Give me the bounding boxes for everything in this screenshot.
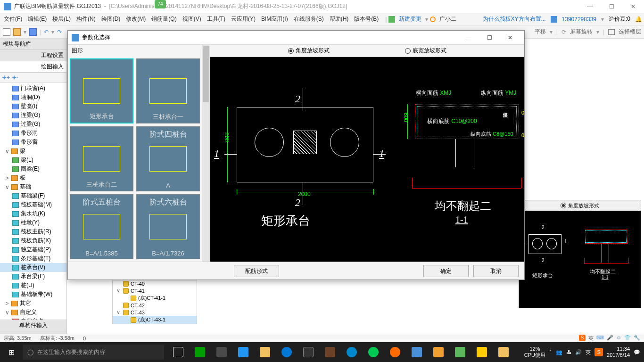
shape-thumbnail[interactable]: 阶式五桩台B=A/1.5385: [70, 194, 133, 259]
radio-angle-slope[interactable]: 角度放坡形式: [288, 47, 330, 55]
menu-floor[interactable]: 楼层(L): [50, 14, 73, 24]
menu-draw[interactable]: 绘图(D): [99, 14, 123, 24]
save-icon[interactable]: [29, 28, 37, 36]
tip-link[interactable]: 为什么筏板XY方向布置...: [483, 15, 546, 23]
tree-node[interactable]: 带形窗: [0, 138, 66, 147]
task-folder[interactable]: [255, 342, 275, 362]
preview-radio-angle[interactable]: 角度放坡形式: [568, 202, 599, 209]
tray-clock[interactable]: 11:34 2017/8/14: [607, 346, 630, 358]
task-app2[interactable]: [211, 342, 232, 362]
maximize-button[interactable]: ☐: [601, 0, 622, 13]
select-floor-button[interactable]: 选择楼层: [619, 28, 641, 36]
ime-sogou-icon[interactable]: S: [579, 335, 586, 341]
component-list-tree[interactable]: CT-40∨CT-41(底)CT-41-1CT-42∨CT-43(底)CT-43…: [112, 280, 197, 324]
list-item[interactable]: CT-40: [113, 280, 197, 287]
list-item[interactable]: (底)CT-41-1: [113, 294, 197, 302]
tree-node[interactable]: 基础梁(F): [0, 191, 66, 200]
task-app12[interactable]: [493, 342, 514, 362]
shape-thumbnail[interactable]: 三桩承台二: [70, 126, 133, 191]
task-app1[interactable]: [190, 342, 210, 362]
shape-thumbnail[interactable]: 矩形承台: [70, 58, 133, 123]
dialog-minimize-button[interactable]: —: [458, 31, 479, 44]
list-item[interactable]: (底)CT-43-1: [113, 316, 197, 324]
task-app3[interactable]: [233, 342, 254, 362]
tree-node[interactable]: 墙洞(D): [0, 93, 66, 102]
dialog-maximize-button[interactable]: ☐: [479, 31, 500, 44]
menu-bim[interactable]: BIM应用(I): [259, 14, 290, 24]
close-button[interactable]: ✕: [622, 0, 644, 13]
task-app10[interactable]: [450, 342, 471, 362]
task-app5[interactable]: [341, 342, 362, 362]
tree-node[interactable]: 圈梁(E): [0, 165, 66, 173]
task-app8[interactable]: [406, 342, 427, 362]
tree-node[interactable]: 承台梁(F): [0, 272, 66, 281]
task-app6[interactable]: [363, 342, 384, 362]
open-icon[interactable]: [13, 28, 21, 36]
tree-node[interactable]: 桩承台(V): [0, 263, 66, 272]
component-tree[interactable]: 门联窗(A)墙洞(D)壁龛(I)连梁(G)过梁(G)带形洞带形窗∨梁梁(L)圈梁…: [0, 83, 66, 320]
shape-thumbnail[interactable]: 阶式四桩台A: [136, 126, 200, 191]
task-edge[interactable]: [276, 342, 297, 362]
tab-project-settings[interactable]: 工程设置: [0, 50, 66, 61]
collapse-icon[interactable]: ✦-: [12, 74, 18, 81]
menu-tools[interactable]: 工具(T): [205, 14, 227, 24]
tray-keyboard-icon[interactable]: ⌨: [596, 335, 604, 342]
tree-node[interactable]: 柱墩(Y): [0, 218, 66, 227]
menu-help[interactable]: 帮助(H): [328, 14, 351, 24]
tray-network-icon[interactable]: 🖧: [566, 349, 571, 355]
menu-rebar[interactable]: 钢筋量(Q): [149, 14, 178, 24]
phone-label[interactable]: 13907298339: [562, 16, 596, 23]
tree-node[interactable]: 门联窗(A): [0, 84, 66, 93]
tab-drawing-input[interactable]: 绘图输入: [0, 61, 66, 73]
search-box[interactable]: ◯ 在这里输入你要搜索的内容: [23, 345, 164, 360]
expand-icon[interactable]: ✦+: [2, 74, 10, 81]
task-app7[interactable]: [385, 342, 405, 362]
shape-thumbnail[interactable]: 三桩承台一: [136, 58, 200, 123]
tree-node[interactable]: ∨自定义: [0, 308, 66, 317]
task-store[interactable]: [298, 342, 319, 362]
tree-node[interactable]: 基础板带(W): [0, 290, 66, 299]
task-app4[interactable]: [320, 342, 340, 362]
undo-icon[interactable]: ↶: [44, 29, 49, 35]
menu-view[interactable]: 视图(V): [181, 14, 203, 24]
tray-ime-icon[interactable]: 英: [586, 349, 591, 356]
menu-online[interactable]: 在线服务(S): [292, 14, 326, 24]
redo-icon[interactable]: ↷: [57, 29, 62, 35]
tree-node[interactable]: 条形基础(T): [0, 254, 66, 263]
user-label[interactable]: 广小二: [438, 14, 458, 24]
task-view-icon[interactable]: [168, 342, 189, 362]
menu-file[interactable]: 文件(F): [2, 14, 24, 24]
new-icon[interactable]: [3, 28, 10, 36]
thumbnail-scrollbar[interactable]: [202, 45, 210, 262]
list-item[interactable]: CT-42: [113, 302, 197, 309]
menu-modify[interactable]: 修改(M): [124, 14, 148, 24]
tree-node[interactable]: 带形洞: [0, 129, 66, 138]
radio-width-slope[interactable]: 底宽放坡形式: [405, 47, 446, 55]
tray-people-icon[interactable]: 👥: [556, 349, 562, 355]
ime-lang[interactable]: 英: [588, 335, 594, 342]
rotate-button[interactable]: 屏幕旋转: [570, 28, 593, 36]
dialog-close-button[interactable]: ✕: [500, 31, 520, 44]
start-button[interactable]: ⊞: [0, 342, 23, 362]
single-input-tab[interactable]: 单构件输入: [0, 320, 66, 331]
tree-node[interactable]: ∨梁: [0, 147, 66, 156]
reinforcement-form-button[interactable]: 配筋形式: [234, 265, 279, 277]
list-item[interactable]: ∨CT-43: [113, 309, 197, 316]
tree-node[interactable]: 筏板负筋(X): [0, 236, 66, 245]
tree-node[interactable]: 桩(U): [0, 281, 66, 290]
ok-button[interactable]: 确定: [423, 265, 469, 277]
tray-sogou-icon[interactable]: S: [594, 348, 603, 356]
tree-node[interactable]: >其它: [0, 299, 66, 308]
task-app9[interactable]: [428, 342, 449, 362]
new-change-button[interactable]: 新建变更: [397, 14, 423, 24]
tree-node[interactable]: 梁(L): [0, 156, 66, 165]
tree-node[interactable]: >板: [0, 173, 66, 182]
shape-thumbnail[interactable]: 阶式六桩台B=A/1.7326: [136, 194, 200, 259]
tray-chevron-up-icon[interactable]: ˄: [549, 349, 552, 355]
cancel-button[interactable]: 取消: [473, 265, 519, 277]
menu-version[interactable]: 版本号(B): [352, 14, 380, 24]
tree-node[interactable]: 壁龛(I): [0, 102, 66, 111]
list-item[interactable]: ∨CT-41: [113, 287, 197, 294]
tray-shirt-icon[interactable]: 👕: [624, 335, 631, 342]
tree-node[interactable]: 筏板主筋(R): [0, 227, 66, 236]
